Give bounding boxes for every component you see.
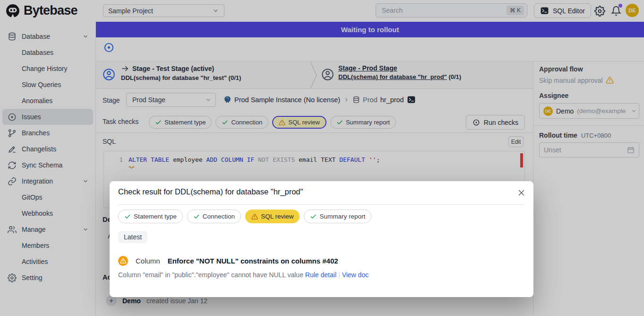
modal-divider <box>118 204 525 205</box>
check-result-modal: Check result for DDL(schema) for databas… <box>110 181 533 297</box>
close-icon[interactable] <box>516 188 526 197</box>
link-separator: | <box>338 271 340 279</box>
finding-category: Column <box>136 257 160 265</box>
warning-circle-icon <box>118 256 128 266</box>
check-pass-icon <box>310 213 317 220</box>
bytebase-app: Bytebase Sample Project ⌘ K SQL Editor <box>0 0 644 316</box>
modal-check-pill-connection[interactable]: Connection <box>187 210 241 223</box>
view-doc-link[interactable]: View doc <box>342 271 369 279</box>
warning-triangle-icon <box>251 213 258 220</box>
finding-detail: Column "email" in "public"."employee" ca… <box>118 271 369 279</box>
latest-tag: Latest <box>118 231 147 243</box>
rule-detail-link[interactable]: Rule detail <box>305 271 336 279</box>
modal-check-pill-sql-review[interactable]: SQL review <box>245 210 300 223</box>
check-pass-icon <box>124 213 131 220</box>
finding-rule-title: Enforce "NOT NULL" constraints on column… <box>168 257 338 265</box>
modal-check-pill-statement-type[interactable]: Statement type <box>118 210 183 223</box>
finding-row: Column Enforce "NOT NULL" constraints on… <box>118 256 338 266</box>
modal-title: Check result for DDL(schema) for databas… <box>118 187 303 196</box>
modal-check-pill-summary-report[interactable]: Summary report <box>304 210 371 223</box>
check-pass-icon <box>193 213 200 220</box>
